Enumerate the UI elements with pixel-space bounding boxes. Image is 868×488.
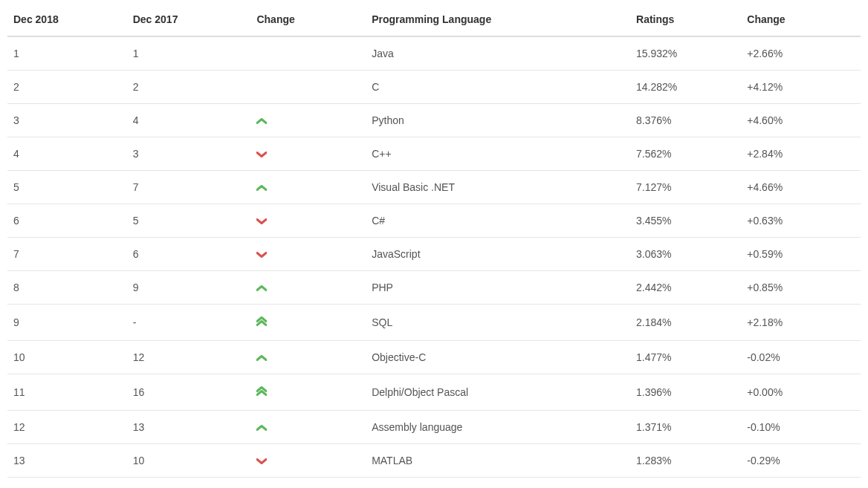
cell-change-pct: +0.85%	[741, 271, 861, 305]
table-row: 65C#3.455%+0.63%	[7, 204, 861, 238]
chevron-double-up-icon	[256, 315, 267, 328]
cell-change-icon	[246, 171, 366, 204]
cell-dec2017: 10	[127, 444, 247, 478]
cell-dec2017: 4	[127, 104, 247, 137]
cell-change-icon	[246, 271, 366, 305]
chevron-down-icon	[256, 248, 267, 260]
cell-change-pct: -0.10%	[741, 411, 861, 444]
cell-change-pct: +2.18%	[741, 305, 861, 341]
cell-change-pct: +0.59%	[741, 238, 861, 271]
chevron-down-icon	[256, 215, 267, 227]
header-dec2017: Dec 2017	[127, 6, 247, 36]
cell-dec2018: 1	[7, 36, 127, 71]
cell-dec2017: 3	[127, 137, 247, 171]
cell-ratings: 1.396%	[630, 374, 741, 411]
table-row: 1012Objective-C1.477%-0.02%	[7, 341, 861, 374]
table-row: 22C14.282%+4.12%	[7, 71, 861, 104]
cell-dec2017: 11	[127, 478, 247, 489]
table-row: 11Java15.932%+2.66%	[7, 36, 861, 71]
cell-ratings: 1.283%	[630, 444, 741, 478]
cell-dec2017: 1	[127, 36, 247, 71]
cell-language: Objective-C	[366, 341, 630, 374]
chevron-up-icon	[256, 181, 267, 193]
table-row: 1213Assembly language1.371%-0.10%	[7, 411, 861, 444]
cell-change-icon	[246, 444, 366, 478]
cell-language: Assembly language	[366, 411, 630, 444]
cell-change-pct: +0.00%	[741, 374, 861, 411]
cell-dec2017: 5	[127, 204, 247, 238]
table-row: 1310MATLAB1.283%-0.29%	[7, 444, 861, 478]
table-row: 34Python8.376%+4.60%	[7, 104, 861, 137]
cell-change-pct: -0.29%	[741, 444, 861, 478]
cell-change-pct: +2.66%	[741, 36, 861, 71]
cell-dec2018: 8	[7, 271, 127, 305]
cell-dec2017: 2	[127, 71, 247, 104]
cell-dec2017: -	[127, 305, 247, 341]
table-row: 43C++7.562%+2.84%	[7, 137, 861, 171]
header-change-pct: Change	[741, 6, 861, 36]
chevron-up-icon	[256, 282, 267, 293]
cell-change-icon	[246, 137, 366, 171]
cell-dec2017: 13	[127, 411, 247, 444]
cell-language: JavaScript	[366, 238, 630, 271]
cell-dec2017: 6	[127, 238, 247, 271]
cell-ratings: 15.932%	[630, 36, 741, 71]
chevron-up-icon	[256, 114, 267, 126]
cell-dec2018: 13	[7, 444, 127, 478]
cell-dec2018: 7	[7, 238, 127, 271]
cell-dec2017: 9	[127, 271, 247, 305]
cell-ratings: 3.455%	[630, 204, 741, 238]
cell-language: C	[366, 71, 630, 104]
cell-language: Java	[366, 36, 630, 71]
cell-change-icon	[246, 104, 366, 137]
header-dec2018: Dec 2018	[7, 6, 127, 36]
cell-dec2018: 3	[7, 104, 127, 137]
table-row: 57Visual Basic .NET7.127%+4.66%	[7, 171, 861, 204]
cell-change-pct: +4.12%	[741, 71, 861, 104]
cell-change-pct: +4.66%	[741, 171, 861, 204]
cell-change-pct: -0.35%	[741, 478, 861, 489]
cell-change-icon	[246, 305, 366, 341]
cell-language: C#	[366, 204, 630, 238]
cell-change-pct: +0.63%	[741, 204, 861, 238]
cell-language: Delphi/Object Pascal	[366, 374, 630, 411]
cell-change-icon	[246, 411, 366, 444]
cell-ratings: 2.184%	[630, 305, 741, 341]
cell-language: PHP	[366, 271, 630, 305]
header-language: Programming Language	[366, 6, 630, 36]
chevron-up-icon	[256, 421, 267, 433]
cell-ratings: 2.442%	[630, 271, 741, 305]
cell-language: Visual Basic .NET	[366, 171, 630, 204]
table-row: 76JavaScript3.063%+0.59%	[7, 238, 861, 271]
header-change-icon: Change	[246, 6, 366, 36]
cell-dec2018: 9	[7, 305, 127, 341]
cell-change-icon	[246, 238, 366, 271]
cell-ratings: 7.562%	[630, 137, 741, 171]
chevron-up-icon	[256, 351, 267, 363]
cell-dec2018: 2	[7, 71, 127, 104]
chevron-down-icon	[256, 455, 267, 466]
cell-dec2017: 12	[127, 341, 247, 374]
chevron-down-icon	[256, 148, 267, 160]
cell-dec2018: 6	[7, 204, 127, 238]
cell-change-icon	[246, 341, 366, 374]
cell-change-icon	[246, 374, 366, 411]
table-row: 1411Swift1.220%-0.35%	[7, 478, 861, 489]
cell-dec2018: 4	[7, 137, 127, 171]
cell-dec2018: 11	[7, 374, 127, 411]
header-ratings: Ratings	[630, 6, 741, 36]
cell-language: Swift	[366, 478, 630, 489]
cell-change-pct: +4.60%	[741, 104, 861, 137]
cell-ratings: 1.371%	[630, 411, 741, 444]
cell-dec2018: 5	[7, 171, 127, 204]
cell-change-icon	[246, 204, 366, 238]
cell-change-icon	[246, 71, 366, 104]
cell-change-pct: +2.84%	[741, 137, 861, 171]
cell-dec2017: 16	[127, 374, 247, 411]
cell-ratings: 1.477%	[630, 341, 741, 374]
cell-change-icon	[246, 36, 366, 71]
cell-dec2017: 7	[127, 171, 247, 204]
cell-language: SQL	[366, 305, 630, 341]
cell-dec2018: 14	[7, 478, 127, 489]
cell-change-icon	[246, 478, 366, 489]
